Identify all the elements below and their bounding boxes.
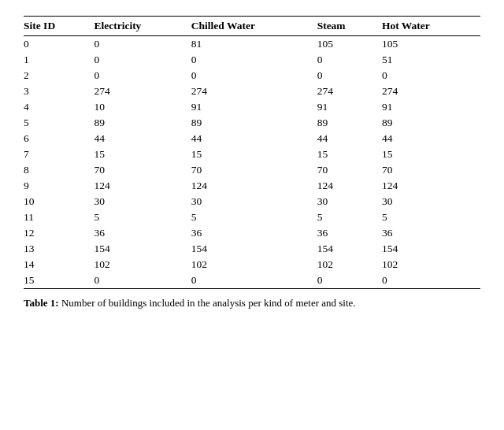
table-cell: 0 [24,36,94,53]
table-cell: 30 [317,194,382,209]
table-cell: 70 [317,162,382,178]
table-cell: 36 [317,225,382,241]
table-cell: 9 [24,178,94,194]
table-cell: 124 [94,178,191,194]
table-row: 715151515 [24,146,480,162]
table-cell: 44 [382,131,480,146]
table-cell: 102 [382,257,480,272]
table-cell: 5 [382,209,480,225]
table-cell: 154 [382,241,480,257]
col-header-steam: Steam [317,17,382,36]
table-cell: 14 [24,257,94,272]
table-cell: 10 [24,194,94,209]
data-table: Site ID Electricity Chilled Water Steam … [24,16,480,289]
table-row: 1236363636 [24,225,480,241]
table-cell: 274 [191,83,317,99]
caption-text: Number of buildings included in the anal… [61,297,356,309]
table-cell: 105 [317,36,382,53]
table-cell: 0 [317,272,382,289]
table-cell: 0 [191,52,317,68]
table-cell: 30 [191,194,317,209]
table-cell: 0 [94,52,191,68]
table-row: 1030303030 [24,194,480,209]
table-cell: 70 [191,162,317,178]
table-cell: 89 [191,115,317,131]
table-cell: 105 [382,36,480,53]
table-cell: 70 [382,162,480,178]
table-cell: 0 [317,52,382,68]
table-cell: 0 [191,272,317,289]
table-row: 870707070 [24,162,480,178]
table-row: 9124124124124 [24,178,480,194]
table-cell: 102 [191,257,317,272]
table-cell: 154 [94,241,191,257]
table-row: 3274274274274 [24,83,480,99]
table-cell: 0 [94,272,191,289]
table-cell: 91 [382,99,480,115]
table-cell: 91 [317,99,382,115]
table-cell: 124 [317,178,382,194]
table-cell: 91 [191,99,317,115]
table-cell: 6 [24,131,94,146]
table-cell: 89 [382,115,480,131]
table-row: 644444444 [24,131,480,146]
table-cell: 274 [382,83,480,99]
col-header-electricity: Electricity [94,17,191,36]
table-cell: 36 [94,225,191,241]
table-cell: 3 [24,83,94,99]
table-cell: 0 [191,68,317,83]
table-cell: 1 [24,52,94,68]
table-row: 410919191 [24,99,480,115]
table-cell: 30 [382,194,480,209]
table-cell: 7 [24,146,94,162]
table-cell: 0 [94,68,191,83]
table-row: 13154154154154 [24,241,480,257]
table-cell: 15 [94,146,191,162]
table-cell: 51 [382,52,480,68]
col-header-hot-water: Hot Water [382,17,480,36]
table-cell: 12 [24,225,94,241]
caption-label: Table 1: [24,297,59,309]
col-header-site-id: Site ID [24,17,94,36]
table-container: Site ID Electricity Chilled Water Steam … [24,16,480,289]
table-cell: 44 [191,131,317,146]
table-cell: 36 [382,225,480,241]
table-cell: 154 [191,241,317,257]
table-header-row: Site ID Electricity Chilled Water Steam … [24,17,480,36]
table-cell: 89 [94,115,191,131]
table-cell: 8 [24,162,94,178]
table-caption: Table 1: Number of buildings included in… [24,297,433,310]
table-row: 589898989 [24,115,480,131]
table-cell: 36 [191,225,317,241]
table-row: 115555 [24,209,480,225]
table-cell: 70 [94,162,191,178]
table-cell: 2 [24,68,94,83]
table-cell: 124 [382,178,480,194]
table-row: 20000 [24,68,480,83]
table-row: 14102102102102 [24,257,480,272]
col-header-chilled-water: Chilled Water [191,17,317,36]
table-cell: 44 [317,131,382,146]
table-cell: 274 [94,83,191,99]
table-cell: 0 [94,36,191,53]
table-cell: 15 [317,146,382,162]
table-cell: 15 [24,272,94,289]
table-cell: 274 [317,83,382,99]
table-cell: 102 [317,257,382,272]
table-cell: 81 [191,36,317,53]
table-cell: 5 [317,209,382,225]
table-row: 100051 [24,52,480,68]
table-cell: 11 [24,209,94,225]
table-cell: 4 [24,99,94,115]
table-cell: 124 [191,178,317,194]
table-cell: 0 [382,272,480,289]
table-cell: 0 [317,68,382,83]
table-cell: 30 [94,194,191,209]
table-row: 150000 [24,272,480,289]
table-cell: 15 [191,146,317,162]
table-cell: 10 [94,99,191,115]
table-cell: 13 [24,241,94,257]
table-row: 0081105105 [24,36,480,53]
table-cell: 89 [317,115,382,131]
table-cell: 44 [94,131,191,146]
